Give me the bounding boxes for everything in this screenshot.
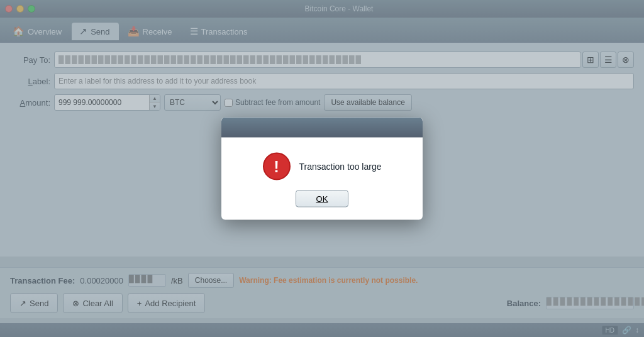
- dialog-content-row: ! Transaction too large: [263, 153, 382, 180]
- error-dialog: ! Transaction too large OK: [221, 118, 423, 220]
- dialog-message: Transaction too large: [299, 162, 382, 172]
- dialog-body: ! Transaction too large OK: [221, 138, 423, 220]
- error-icon: !: [263, 153, 291, 180]
- dialog-ok-button[interactable]: OK: [296, 191, 349, 207]
- dialog-titlebar: [221, 118, 423, 138]
